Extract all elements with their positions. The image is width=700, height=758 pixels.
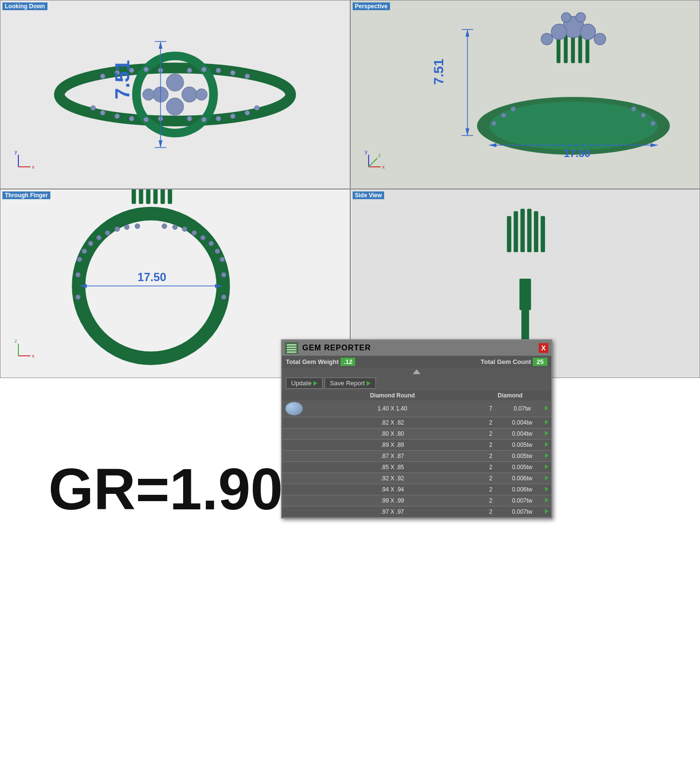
svg-point-14 [202,67,206,72]
gem-weight-cell: 0.007tw [503,495,542,506]
gem-weight-cell: 0.004tw [503,428,542,439]
svg-point-30 [100,74,105,79]
gem-count-cell: 2 [479,484,503,495]
svg-point-15 [216,68,221,73]
triangle-up-icon [413,369,420,374]
svg-point-58 [511,107,515,111]
svg-point-17 [115,114,120,119]
svg-rect-83 [153,190,157,204]
row-expand-icon[interactable] [545,453,548,458]
svg-text:x: x [382,164,385,170]
row-expand-icon[interactable] [545,464,548,469]
gem-size-cell: .89 X .89 [306,440,479,450]
svg-point-59 [650,121,655,126]
svg-rect-116 [519,279,531,310]
svg-rect-0 [1,0,348,189]
gem-icon-cell [282,477,306,480]
svg-point-54 [576,13,585,22]
total-gem-weight-label: Total Gem Weight [286,358,339,365]
gem-expand-cell[interactable] [542,484,551,495]
gem-expand-cell[interactable] [542,462,551,473]
col-subtype-header: Diamond [479,392,542,399]
svg-point-50 [580,24,595,40]
svg-rect-122 [541,216,545,253]
svg-point-100 [182,227,187,232]
table-row: .87 X .87 2 0.005tw [282,451,551,462]
svg-rect-84 [160,190,165,204]
svg-rect-133 [287,349,296,350]
svg-point-7 [143,89,155,100]
row-expand-icon[interactable] [545,420,548,425]
svg-point-90 [77,257,82,262]
close-button[interactable]: X [539,343,548,353]
gem-expand-cell[interactable] [542,440,551,450]
svg-point-92 [88,241,93,246]
svg-point-13 [187,68,192,73]
viewport-looking-down: Looking Down [0,0,350,189]
gem-expand-cell[interactable] [542,451,551,461]
row-expand-icon[interactable] [545,406,548,411]
gem-expand-cell[interactable] [542,428,551,439]
gem-count-cell: 2 [479,440,503,450]
table-row: .92 X .92 2 0.006tw [282,473,551,484]
svg-text:x: x [32,164,35,170]
svg-rect-132 [287,347,296,348]
svg-rect-81 [139,190,143,204]
table-row: .89 X .89 2 0.005tw [282,440,551,451]
gem-size-cell: .99 X .99 [306,495,479,506]
svg-point-29 [245,74,250,79]
svg-point-56 [491,121,496,126]
gem-weight-cell: 0.005tw [503,451,542,461]
gem-icon-cell [282,510,306,513]
gem-expand-cell[interactable] [542,417,551,428]
svg-rect-118 [513,211,518,253]
svg-point-55 [561,13,571,22]
svg-point-19 [144,117,149,122]
svg-point-28 [91,106,95,111]
total-gem-count-value: 25 [533,358,547,366]
svg-point-3 [166,74,184,91]
gem-expand-cell[interactable] [542,473,551,484]
svg-point-102 [201,236,205,240]
diamond-icon [285,402,303,415]
svg-point-5 [182,87,197,102]
gem-icon-cell [282,443,306,446]
row-expand-icon[interactable] [545,509,548,514]
gem-icon-cell [282,455,306,458]
svg-point-22 [202,117,206,122]
svg-rect-41 [352,0,699,189]
gem-expand-cell[interactable] [542,403,551,414]
update-button[interactable]: Update [286,378,323,389]
svg-text:y: y [364,149,367,155]
table-row: .85 X .85 2 0.005tw [282,462,551,473]
svg-rect-119 [520,209,525,253]
svg-point-94 [105,231,110,236]
col-icon-header [282,392,306,399]
gem-weight-cell: 0.004tw [503,417,542,428]
svg-point-6 [166,98,184,115]
gem-size-cell: .87 X .87 [306,451,479,461]
total-gem-count-label: Total Gem Count [481,358,531,365]
gem-count-cell: 2 [479,417,503,428]
svg-point-97 [135,224,140,229]
gem-expand-cell[interactable] [542,506,551,517]
row-expand-icon[interactable] [545,442,548,447]
save-report-button[interactable]: Save Report [325,378,376,389]
gem-reporter-panel: GEM REPORTER X Total Gem Weight .12 Tota… [281,339,552,519]
svg-point-26 [254,106,259,111]
gem-expand-cell[interactable] [542,495,551,506]
svg-point-8 [196,89,207,100]
svg-text:z: z [378,152,381,158]
svg-point-101 [192,231,197,236]
table-row: 1.40 X 1.40 7 0.07tw [282,400,551,417]
col-type-header: Diamond Round [306,392,479,399]
gem-weight-cell: 0.006tw [503,484,542,495]
svg-rect-82 [146,190,151,204]
svg-point-51 [551,24,566,40]
svg-point-24 [231,114,235,119]
viewport-label-perspective: Perspective [353,2,390,10]
row-expand-icon[interactable] [545,498,548,503]
row-expand-icon[interactable] [545,487,548,491]
row-expand-icon[interactable] [545,431,548,436]
row-expand-icon[interactable] [545,475,548,480]
